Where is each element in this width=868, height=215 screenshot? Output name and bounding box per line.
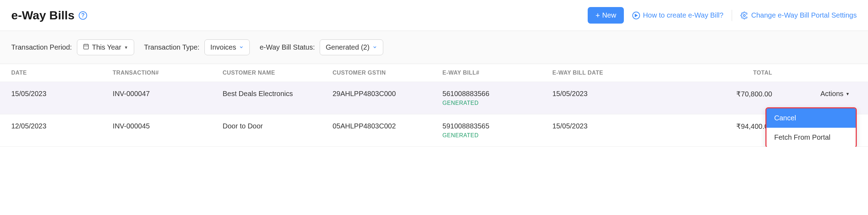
settings-link[interactable]: Change e-Way Bill Portal Settings [740,11,857,19]
calendar-icon [83,43,89,51]
cell-customer: Best Deals Electronics [223,90,333,98]
play-icon [632,12,640,19]
period-label: Transaction Period: [11,43,72,51]
th-ewaydate[interactable]: E-WAY BILL DATE [552,70,671,76]
cell-actions: Actions ▼ [772,90,857,98]
filter-status: e-Way Bill Status: Generated (2) [260,39,383,55]
chevron-down-icon [372,43,377,51]
new-button[interactable]: + New [588,7,624,24]
actions-button[interactable]: Actions ▼ [820,90,849,98]
header-left: e-Way Bills ? [11,8,87,22]
actions-dropdown: Cancel Fetch From Portal [765,107,857,147]
caret-down-icon: ▼ [846,91,850,96]
cell-transaction: INV-000045 [113,122,223,130]
table-row[interactable]: 12/05/2023 INV-000045 Door to Door 05AHL… [0,114,868,147]
divider [732,10,732,21]
how-to-label: How to create e-Way Bill? [643,11,723,19]
status-badge: GENERATED [443,132,553,139]
cell-ewaydate: 15/05/2023 [552,122,671,130]
cell-customer: Door to Door [223,122,333,130]
type-value: Invoices [210,43,236,51]
filter-period: Transaction Period: This Year ▼ [11,39,134,55]
th-gstin[interactable]: CUSTOMER GSTIN [333,70,443,76]
new-button-label: New [602,11,616,19]
caret-down-icon: ▼ [124,45,128,50]
period-dropdown[interactable]: This Year ▼ [77,39,134,55]
cell-eway: 591008883565 GENERATED [443,122,553,139]
cell-total: ₹94,400.00 [671,122,772,131]
help-icon[interactable]: ? [79,11,87,20]
type-label: Transaction Type: [144,43,200,51]
cell-total: ₹70,800.00 [671,90,772,98]
cell-ewaydate: 15/05/2023 [552,90,671,98]
status-label: e-Way Bill Status: [260,43,315,51]
th-eway[interactable]: E-WAY BILL# [443,70,553,76]
th-total[interactable]: TOTAL [671,70,772,76]
th-actions [772,70,857,76]
cell-transaction: INV-000047 [113,90,223,98]
type-dropdown[interactable]: Invoices [204,39,250,55]
gear-icon [740,12,748,19]
filters-bar: Transaction Period: This Year ▼ Transact… [0,31,868,64]
chevron-down-icon [239,43,244,51]
header-right: + New How to create e-Way Bill? Change e… [588,7,857,24]
eway-number: 561008883566 [443,90,553,98]
status-value: Generated (2) [326,43,370,51]
cell-gstin: 29AHLPP4803C000 [333,90,443,98]
dropdown-fetch[interactable]: Fetch From Portal [766,128,856,147]
svg-marker-0 [635,14,638,17]
cell-date: 15/05/2023 [11,90,113,98]
th-transaction[interactable]: TRANSACTION# [113,70,223,76]
page-header: e-Way Bills ? + New How to create e-Way … [0,0,868,31]
page-title: e-Way Bills [11,8,74,22]
status-dropdown[interactable]: Generated (2) [320,39,383,55]
actions-label: Actions [820,90,843,98]
cell-gstin: 05AHLPP4803C002 [333,122,443,130]
svg-rect-2 [84,44,89,49]
filter-type: Transaction Type: Invoices [144,39,250,55]
svg-point-1 [744,14,746,17]
th-customer[interactable]: CUSTOMER NAME [223,70,333,76]
cell-eway: 561008883566 GENERATED [443,90,553,106]
period-value: This Year [92,43,121,51]
settings-label: Change e-Way Bill Portal Settings [751,11,857,19]
status-badge: GENERATED [443,100,553,106]
cell-date: 12/05/2023 [11,122,113,130]
how-to-link[interactable]: How to create e-Way Bill? [632,11,723,19]
eway-number: 591008883565 [443,122,553,130]
table-header: DATE TRANSACTION# CUSTOMER NAME CUSTOMER… [0,64,868,82]
th-date[interactable]: DATE [11,70,113,76]
table-row[interactable]: 15/05/2023 INV-000047 Best Deals Electro… [0,82,868,114]
dropdown-cancel[interactable]: Cancel [766,108,856,128]
table: DATE TRANSACTION# CUSTOMER NAME CUSTOMER… [0,64,868,147]
plus-icon: + [595,12,600,19]
